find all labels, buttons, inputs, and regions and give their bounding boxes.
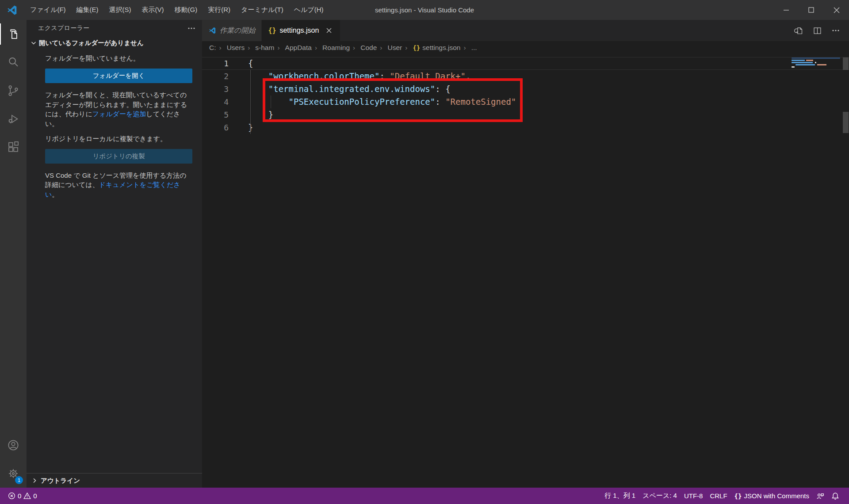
code-editor[interactable]: 1 { 2 "workbench.colorTheme": "Default D… (202, 54, 849, 488)
breadcrumb-item[interactable]: Code (350, 44, 377, 52)
vscode-logo-icon (6, 4, 18, 16)
code-line[interactable]: 1 { (202, 57, 849, 70)
open-settings-ui-icon[interactable] (792, 23, 806, 38)
maximize-icon[interactable] (799, 0, 824, 20)
line-number: 3 (202, 83, 229, 95)
line-number: 5 (202, 108, 229, 121)
menu-item[interactable]: ヘルプ(H) (289, 0, 329, 20)
code-line[interactable]: 2 "workbench.colorTheme": "Default Dark+… (202, 70, 849, 83)
chevron-down-icon (30, 39, 37, 46)
activity-bar: 1 (0, 20, 27, 488)
menu-item[interactable]: ファイル(F) (25, 0, 71, 20)
clone-text: リポジトリをローカルに複製できます。 (45, 134, 192, 144)
tab-label: settings.json (279, 27, 319, 34)
scrollbar-decoration (843, 112, 849, 133)
git-doc-note: VS Code で Git とソース管理を使用する方法の詳細については、ドキュメ… (45, 171, 192, 199)
encoding-status[interactable]: UTF-8 (681, 492, 707, 500)
breadcrumb-item[interactable]: C: (209, 44, 216, 52)
code-line[interactable]: 3 "terminal.integrated.env.windows": { (202, 83, 849, 95)
explorer-icon[interactable] (0, 20, 27, 48)
settings-gear-icon[interactable]: 1 (0, 459, 27, 488)
indent-guide (250, 70, 251, 134)
editor-tab[interactable]: 作業の開始 (202, 20, 262, 41)
feedback-icon[interactable] (813, 492, 828, 500)
account-icon[interactable] (0, 431, 27, 459)
tab-label: 作業の開始 (220, 26, 255, 35)
source-control-icon[interactable] (0, 76, 27, 105)
window-title: settings.json - Visual Studio Code (375, 6, 474, 14)
menu-item[interactable]: 表示(V) (137, 0, 169, 20)
scrollbar-thumb[interactable] (843, 57, 849, 70)
breadcrumb: C: Users s-ham AppData Roaming Code (202, 41, 849, 54)
editor-tab[interactable]: {} settings.json (262, 20, 340, 41)
json-braces-icon: {} (413, 44, 420, 51)
no-folder-text: フォルダーを開いていません。 (45, 53, 192, 63)
close-window-icon[interactable] (824, 0, 849, 20)
breadcrumb-item[interactable]: {} settings.json (402, 44, 460, 52)
json-braces-icon: {} (734, 493, 742, 500)
sidebar-title: エクスプローラー (38, 24, 89, 32)
indent-guide (271, 95, 271, 108)
minimize-icon[interactable] (773, 0, 799, 20)
outline-section[interactable]: アウトライン (27, 473, 202, 488)
code-line[interactable]: 5 } (202, 108, 849, 121)
menu-item[interactable]: 実行(R) (203, 0, 236, 20)
menu-bar: ファイル(F)編集(E)選択(S)表示(V)移動(G)実行(R)ターミナル(T)… (25, 0, 329, 20)
breadcrumb-item[interactable]: ... (460, 44, 477, 52)
search-icon[interactable] (0, 48, 27, 76)
explorer-sidebar: エクスプローラー 開いているフォルダーがありません フォルダーを開いていません。… (27, 20, 202, 488)
breadcrumb-item[interactable]: Roaming (312, 44, 350, 52)
problems-status[interactable]: 0 0 (4, 488, 41, 504)
chevron-right-icon (31, 477, 38, 484)
minimap[interactable] (792, 57, 840, 69)
breadcrumb-item[interactable]: s-ham (245, 44, 274, 52)
more-actions-icon[interactable] (829, 23, 843, 38)
code-line[interactable]: 4 "PSExecutionPolicyPreference": "Remote… (202, 95, 849, 108)
menu-item[interactable]: 選択(S) (104, 0, 137, 20)
editor-actions (792, 20, 849, 41)
code-line[interactable]: 6 } (202, 121, 849, 134)
scrollbar[interactable] (842, 54, 849, 488)
title-bar: ファイル(F)編集(E)選択(S)表示(V)移動(G)実行(R)ターミナル(T)… (0, 0, 849, 20)
json-braces-icon: {} (268, 27, 276, 34)
breadcrumb-item[interactable]: User (377, 44, 402, 52)
error-count: 0 (18, 492, 21, 500)
notifications-bell-icon[interactable] (828, 492, 843, 500)
breadcrumb-item[interactable]: AppData (274, 44, 312, 52)
open-folder-button[interactable]: フォルダーを開く (45, 69, 192, 83)
menu-item[interactable]: ターミナル(T) (236, 0, 289, 20)
error-icon (8, 492, 15, 500)
window-controls (773, 0, 849, 20)
indentation-status[interactable]: スペース: 4 (639, 492, 681, 500)
vscode-file-icon (208, 27, 216, 34)
run-debug-icon[interactable] (0, 105, 27, 133)
menu-item[interactable]: 編集(E) (71, 0, 104, 20)
line-number: 4 (202, 95, 229, 108)
cursor-position[interactable]: 行 1、列 1 (601, 492, 639, 500)
warning-count: 0 (33, 492, 37, 500)
status-bar: 0 0 行 1、列 1 スペース: 4 UTF-8 CRLF {} JSON w… (0, 488, 849, 504)
line-number: 1 (202, 57, 229, 69)
breadcrumb-item[interactable]: Users (216, 44, 245, 52)
menu-item[interactable]: 移動(G) (169, 0, 203, 20)
editor-group: 作業の開始 {} settings.json (202, 20, 849, 488)
extensions-icon[interactable] (0, 133, 27, 161)
open-folder-note: フォルダーを開くと、現在開いているすべてのエディターが閉じられます。開いたままに… (45, 90, 192, 129)
close-tab-icon[interactable] (324, 26, 334, 35)
clone-repository-button[interactable]: リポジトリの複製 (45, 149, 192, 164)
eol-status[interactable]: CRLF (706, 492, 730, 500)
tab-bar: 作業の開始 {} settings.json (202, 20, 849, 41)
split-editor-icon[interactable] (810, 23, 824, 38)
add-folder-link[interactable]: フォルダーを追加 (92, 110, 146, 118)
section-no-folder-opened[interactable]: 開いているフォルダーがありません (27, 37, 202, 49)
language-mode[interactable]: {} JSON with Comments (731, 492, 813, 500)
settings-badge: 1 (15, 476, 23, 484)
line-number: 6 (202, 121, 229, 134)
warning-icon (23, 492, 31, 500)
line-number: 2 (202, 70, 229, 83)
more-actions-icon[interactable] (187, 24, 196, 33)
